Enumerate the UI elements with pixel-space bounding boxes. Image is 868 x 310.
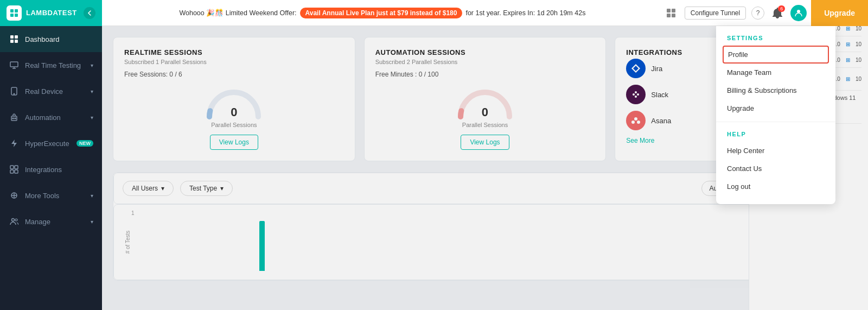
logo-area: LAMBDATEST [0, 0, 102, 26]
settings-upgrade-item[interactable]: Upgrade [716, 99, 835, 117]
notification-button[interactable]: 6 [770, 5, 785, 21]
upgrade-button[interactable]: Upgrade [811, 0, 868, 26]
settings-divider [716, 122, 835, 122]
notification-badge: 6 [778, 5, 785, 12]
svg-rect-2 [10, 14, 14, 17]
offer-pill[interactable]: Avail Annual Live Plan just at $79 inste… [300, 8, 463, 18]
topbar: LAMBDATEST Wohooo 🎉🎊 Limited Weekend Off… [0, 0, 868, 26]
settings-help-center-item[interactable]: Help Center [716, 142, 835, 160]
settings-profile-item[interactable]: Profile [723, 46, 829, 64]
svg-point-8 [797, 10, 800, 13]
settings-help-title: HELP [716, 126, 835, 142]
settings-section-title: SETTINGS [716, 35, 835, 46]
help-button[interactable]: ? [751, 7, 764, 20]
topbar-actions: Configure Tunnel ? 6 [663, 5, 811, 21]
configure-tunnel-button[interactable]: Configure Tunnel [685, 7, 746, 20]
svg-rect-7 [672, 14, 675, 17]
settings-dropdown: SETTINGS Profile Manage Team Billing & S… [716, 26, 835, 204]
svg-rect-1 [15, 9, 18, 12]
svg-rect-5 [672, 9, 675, 12]
svg-rect-6 [667, 14, 671, 17]
collapse-button[interactable] [84, 7, 95, 19]
grid-view-button[interactable] [663, 5, 679, 21]
settings-logout-item[interactable]: Log out [716, 178, 835, 195]
logo-text: LAMBDATEST [26, 9, 77, 17]
logo-icon [7, 5, 22, 21]
svg-rect-0 [10, 9, 14, 12]
svg-rect-3 [15, 14, 18, 17]
svg-rect-4 [667, 9, 671, 12]
settings-billing-item[interactable]: Billing & Subscriptions [716, 81, 835, 99]
offer-banner: Wohooo 🎉🎊 Limited Weekend Offer: Avail A… [102, 8, 663, 18]
offer-suffix: for 1st year. Expires In: 1d 20h 19m 42s [465, 9, 585, 17]
avatar-button[interactable] [790, 5, 807, 21]
settings-manage-team-item[interactable]: Manage Team [716, 64, 835, 81]
offer-text: Wohooo 🎉🎊 Limited Weekend Offer: [179, 9, 296, 17]
settings-contact-us-item[interactable]: Contact Us [716, 160, 835, 178]
